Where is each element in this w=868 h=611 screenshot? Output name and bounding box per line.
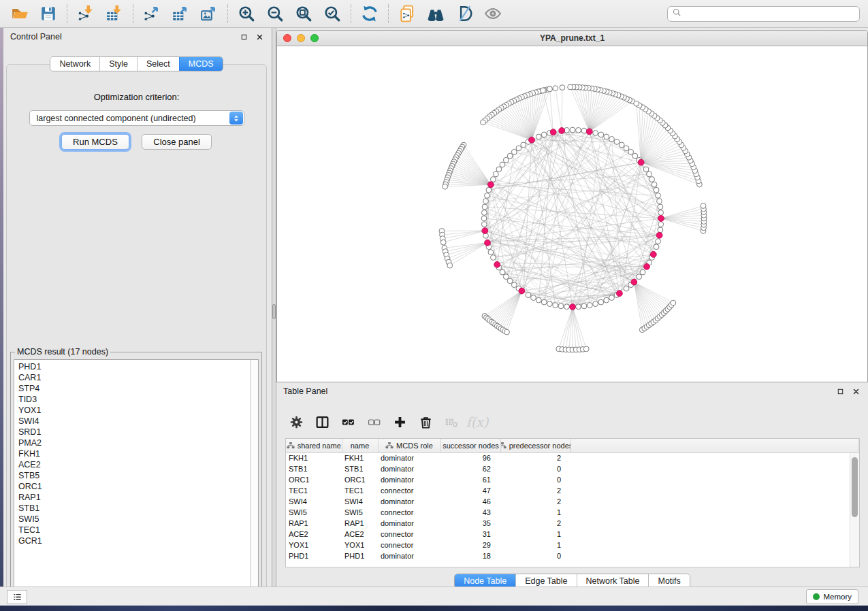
control-panel: Control Panel NetworkStyleSelectMCDS Opt…	[3, 28, 272, 587]
tab-mcds[interactable]: MCDS	[179, 57, 223, 71]
panel-menu-button[interactable]	[7, 590, 27, 604]
mcds-result-scrollbar[interactable]	[250, 359, 259, 594]
zoom-selected-button[interactable]	[321, 2, 344, 25]
control-panel-close-button[interactable]	[255, 32, 265, 42]
open-session-button[interactable]	[8, 2, 31, 25]
import-network-button[interactable]	[74, 2, 97, 25]
table-row[interactable]: ORC1ORC1dominator610	[286, 474, 859, 485]
tab-network[interactable]: Network	[50, 57, 99, 71]
tab-edge-table[interactable]: Edge Table	[515, 574, 576, 588]
column-header-name[interactable]: name	[342, 439, 378, 452]
export-network-button[interactable]	[140, 2, 163, 25]
mcds-result-item[interactable]: SRD1	[18, 427, 250, 437]
table-row[interactable]: YOX1YOX1connector291	[286, 540, 859, 550]
mcds-result-item[interactable]: SWI4	[18, 416, 250, 427]
splitter-handle[interactable]	[272, 304, 276, 319]
column-header-predecessor-nodes[interactable]: predecessor nodes	[500, 439, 570, 452]
column-header-shared-name[interactable]: shared name	[286, 439, 342, 452]
hide-details-button[interactable]	[453, 2, 476, 25]
table-row[interactable]: ACE2ACE2connector311	[286, 529, 859, 540]
delete-button[interactable]	[415, 412, 436, 432]
export-table-button[interactable]	[169, 2, 192, 25]
table-row[interactable]: FKH1FKH1dominator962	[286, 452, 859, 463]
attribute-type-icon	[500, 442, 507, 449]
table-row[interactable]: SWI4SWI4dominator462	[286, 496, 859, 507]
mcds-result-item[interactable]: RAP1	[18, 492, 250, 503]
table-row[interactable]: SWI5SWI5connector431	[286, 507, 859, 518]
cell-predecessor-nodes: 1	[500, 540, 570, 550]
import-table-icon	[106, 5, 123, 22]
mcds-result-item[interactable]: TID3	[18, 394, 250, 405]
mcds-result-item[interactable]: TEC1	[18, 525, 250, 535]
mcds-result-item[interactable]: PMA2	[18, 437, 250, 448]
mcds-result-item[interactable]: FKH1	[18, 448, 250, 459]
cell-predecessor-nodes: 1	[500, 507, 570, 518]
network-window-titlebar[interactable]: YPA_prune.txt_1	[277, 31, 867, 46]
binoculars-icon	[427, 5, 445, 22]
cell-successor-nodes: 43	[440, 507, 500, 518]
mcds-result-item[interactable]: ORC1	[18, 481, 250, 492]
new-network-from-selection-button[interactable]	[396, 2, 419, 25]
table-scrollbar-thumb[interactable]	[852, 457, 858, 517]
add-button[interactable]	[389, 412, 410, 432]
mcds-result-item[interactable]: YOX1	[18, 405, 250, 416]
select-all-icon	[341, 415, 355, 429]
mcds-result-item[interactable]: CAR1	[18, 372, 250, 383]
mcds-result-item[interactable]: STP4	[18, 383, 250, 394]
deselect-all-rows-button[interactable]	[364, 412, 384, 432]
search-box[interactable]	[667, 6, 860, 22]
memory-button[interactable]: Memory	[806, 589, 858, 604]
table-row[interactable]: STB1STB1dominator620	[286, 463, 859, 474]
node-table-container: shared namenameMCDS rolesuccessor nodesp…	[285, 438, 860, 567]
zoom-in-icon	[238, 5, 255, 22]
vertical-splitter[interactable]	[272, 28, 276, 587]
network-canvas[interactable]	[277, 46, 868, 382]
import-table-button[interactable]	[103, 2, 126, 25]
table-scrollbar[interactable]	[850, 453, 859, 567]
column-header-successor-nodes[interactable]: successor nodes	[440, 439, 500, 452]
table-toolbar: f(x)	[286, 407, 487, 437]
show-details-button[interactable]	[481, 2, 504, 25]
control-panel-float-button[interactable]	[239, 32, 249, 42]
select-all-rows-button[interactable]	[338, 412, 358, 432]
table-row[interactable]: RAP1RAP1dominator352	[286, 518, 859, 529]
search-input[interactable]	[685, 9, 855, 20]
export-image-button[interactable]	[197, 2, 221, 25]
table-row[interactable]: PHD1PHD1dominator180	[286, 550, 859, 561]
apply-layout-button[interactable]	[358, 2, 381, 25]
optimization-criterion-dropdown[interactable]: largest connected component (undirected)	[29, 110, 244, 126]
find-button[interactable]	[424, 2, 447, 25]
window-minimize-traffic-light[interactable]	[297, 34, 305, 42]
zoom-in-button[interactable]	[235, 2, 258, 25]
tab-select[interactable]: Select	[137, 57, 179, 71]
close-panel-button[interactable]: Close panel	[142, 134, 212, 150]
window-zoom-traffic-light[interactable]	[310, 34, 319, 42]
cell-shared-name: SWI4	[286, 496, 342, 507]
tab-node-table[interactable]: Node Table	[455, 574, 515, 588]
mcds-result-item[interactable]: STB5	[18, 470, 250, 481]
tab-motifs[interactable]: Motifs	[648, 574, 689, 588]
run-mcds-button[interactable]: Run MCDS	[61, 134, 129, 150]
network-view-window: YPA_prune.txt_1	[276, 30, 868, 382]
mcds-result-item[interactable]: STB1	[18, 503, 250, 514]
zoom-fit-button[interactable]	[292, 2, 315, 25]
window-close-traffic-light[interactable]	[283, 34, 291, 42]
tab-network-table[interactable]: Network Table	[577, 574, 649, 588]
table-panel-close-button[interactable]	[851, 386, 861, 397]
cell-MCDS-role: dominator	[378, 496, 440, 507]
mcds-result-item[interactable]: ACE2	[18, 459, 250, 470]
column-header-MCDS-role[interactable]: MCDS role	[378, 439, 440, 452]
mcds-result-item[interactable]: SWI5	[18, 514, 250, 525]
table-panel-float-button[interactable]	[835, 386, 846, 397]
mcds-result-item[interactable]: GCR1	[18, 535, 250, 546]
save-session-button[interactable]	[37, 2, 60, 25]
tab-style[interactable]: Style	[99, 57, 137, 71]
cell-predecessor-nodes: 0	[500, 474, 570, 485]
mcds-result-item[interactable]: PHD1	[18, 361, 250, 372]
show-columns-button[interactable]	[312, 412, 332, 432]
table-settings-button[interactable]	[286, 412, 306, 432]
table-row[interactable]: TEC1TEC1connector472	[286, 485, 859, 496]
zoom-out-button[interactable]	[263, 2, 287, 25]
network-title: YPA_prune.txt_1	[540, 33, 605, 43]
chevron-updown-icon	[229, 112, 243, 125]
